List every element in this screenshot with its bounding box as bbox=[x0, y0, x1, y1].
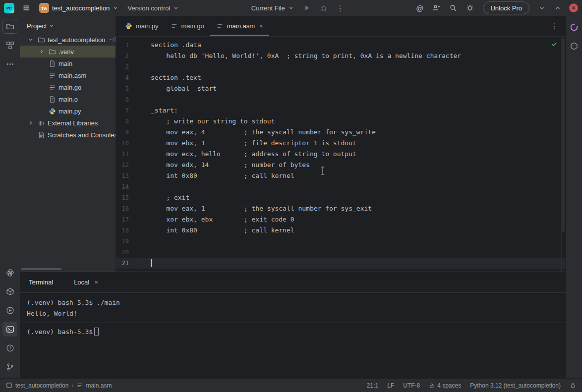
debug-button[interactable] bbox=[316, 1, 332, 14]
tree-item-main-py[interactable]: main.py bbox=[20, 105, 116, 117]
tree-item-main-asm[interactable]: main.asm bbox=[20, 69, 116, 81]
line-number: 14 bbox=[116, 181, 151, 192]
code-editor[interactable]: 1section .data 2 hello db 'Hello, World!… bbox=[116, 37, 566, 272]
indent-icon bbox=[429, 383, 435, 389]
editor-line[interactable]: 16 mov eax, 1 ; the syscall number for s… bbox=[116, 203, 566, 214]
editor-line[interactable]: 7_start: bbox=[116, 105, 566, 116]
editor-line[interactable]: 1section .data bbox=[116, 40, 566, 51]
hexagon-tool-icon[interactable] bbox=[567, 39, 582, 54]
tab-main-go[interactable]: main.go bbox=[165, 16, 210, 36]
tree-item-venv[interactable]: .venv bbox=[20, 46, 116, 57]
editor-line[interactable]: 4section .text bbox=[116, 72, 566, 83]
tree-item-project-root[interactable]: test_autocompletion ~/Desk bbox=[20, 34, 116, 46]
editor-line[interactable]: 2 hello db 'Hello, World!', 0xA ; string… bbox=[116, 51, 566, 61]
more-tool-windows-icon[interactable] bbox=[2, 56, 17, 71]
chevron-down-icon bbox=[49, 23, 55, 29]
stripe-bottom-group bbox=[2, 265, 17, 374]
terminal-tab-local[interactable]: Local × bbox=[74, 279, 98, 286]
main-menu-icon[interactable] bbox=[18, 1, 34, 14]
scrollbar-thumb[interactable] bbox=[562, 38, 565, 232]
editor-scrollbar[interactable] bbox=[561, 37, 566, 272]
code-line: mov edx, 14 ; number of bytes bbox=[151, 160, 310, 170]
close-terminal-tab-icon[interactable]: × bbox=[94, 279, 98, 286]
chevron-down-icon[interactable] bbox=[27, 36, 35, 44]
editor-line[interactable]: 14 bbox=[116, 181, 566, 192]
svg-text:?: ? bbox=[51, 62, 53, 65]
editor-line[interactable]: 10 mov ebx, 1 ; file descriptor 1 is std… bbox=[116, 138, 566, 149]
chevron-placeholder bbox=[38, 83, 46, 91]
horizontal-scrollbar-thumb[interactable] bbox=[21, 268, 61, 270]
tab-main-py[interactable]: main.py bbox=[119, 16, 165, 36]
kebab-icon: ⋮ bbox=[337, 4, 344, 12]
breadcrumb-project[interactable]: test_autocompletion bbox=[15, 382, 68, 389]
editor-line[interactable]: 5 global _start bbox=[116, 83, 566, 94]
tree-item-main-go[interactable]: main.go bbox=[20, 81, 116, 93]
terminal-output[interactable]: (.venv) bash-5.3$ ./main Hello, World! (… bbox=[20, 293, 566, 378]
editor-line[interactable]: 19 bbox=[116, 236, 566, 247]
project-tool-icon[interactable] bbox=[2, 19, 17, 34]
tree-item-main-o[interactable]: ? main.o bbox=[20, 93, 116, 105]
at-glyph: @ bbox=[416, 4, 423, 12]
terminal-command-line: (.venv) bash-5.3$ ./main bbox=[20, 297, 566, 308]
editor-line[interactable]: 18 int 0x80 ; call kernel bbox=[116, 225, 566, 236]
editor-line[interactable]: 17 xor ebx, ebx ; exit code 0 bbox=[116, 214, 566, 225]
ai-assistant-tool-icon[interactable] bbox=[567, 20, 582, 35]
unlock-pro-button[interactable]: Unlock Pro bbox=[483, 1, 529, 14]
terminal-tool-icon[interactable] bbox=[2, 322, 17, 336]
project-selector[interactable]: TA test_autocompletion bbox=[35, 1, 122, 14]
pycharm-window: PC TA test_autocompletion Version contro… bbox=[0, 0, 582, 392]
run-configuration-selector[interactable]: Current File bbox=[247, 1, 298, 14]
ai-assistant-icon[interactable]: @ bbox=[412, 1, 427, 14]
problems-tool-icon[interactable] bbox=[2, 340, 17, 355]
editor-current-line[interactable]: 21 bbox=[116, 258, 566, 269]
python-packages-tool-icon[interactable] bbox=[2, 265, 17, 280]
editor-options-icon[interactable]: ⋮ bbox=[547, 16, 562, 36]
editor-line[interactable]: 6 bbox=[116, 94, 566, 105]
line-number: 7 bbox=[116, 105, 151, 116]
editor-line[interactable]: 12 mov edx, 14 ; number of bytes bbox=[116, 160, 566, 170]
editor-line[interactable]: 9 mov eax, 4 ; the syscall number for sy… bbox=[116, 127, 566, 138]
caret-position-widget[interactable]: 21:1 bbox=[367, 382, 378, 389]
encoding-widget[interactable]: UTF-8 bbox=[403, 382, 420, 389]
more-run-actions-icon[interactable]: ⋮ bbox=[333, 1, 348, 14]
interpreter-widget[interactable]: Python 3.12 (test_autocompletion) bbox=[470, 382, 561, 389]
settings-icon[interactable] bbox=[462, 1, 478, 14]
project-panel-header[interactable]: Project bbox=[20, 16, 116, 34]
line-separator-widget[interactable]: LF bbox=[387, 382, 394, 389]
terminal-prompt-line[interactable]: (.venv) bash-5.3$ bbox=[20, 327, 566, 337]
tree-item-main[interactable]: ? main bbox=[20, 57, 116, 69]
search-everywhere-icon[interactable] bbox=[445, 1, 461, 14]
tab-label: main.go bbox=[181, 22, 204, 30]
structure-tool-icon[interactable] bbox=[2, 38, 17, 53]
line-number: 8 bbox=[116, 116, 151, 127]
chevron-right-icon[interactable] bbox=[38, 48, 46, 56]
run-button[interactable] bbox=[299, 1, 315, 14]
editor-line[interactable]: 15 ; exit bbox=[116, 192, 566, 203]
inspections-ok-icon[interactable] bbox=[551, 41, 558, 48]
close-window-button[interactable]: × bbox=[569, 3, 578, 12]
code-line: int 0x80 ; call kernel bbox=[151, 225, 294, 236]
tree-item-scratches[interactable]: Scratches and Consoles bbox=[20, 129, 116, 141]
lock-icon[interactable] bbox=[570, 382, 576, 389]
tree-item-label: main.go bbox=[58, 84, 81, 91]
line-number: 11 bbox=[116, 149, 151, 160]
tree-item-external-libraries[interactable]: External Libraries bbox=[20, 117, 116, 129]
svg-text:?: ? bbox=[51, 98, 53, 101]
editor-line[interactable]: 3 bbox=[116, 61, 566, 72]
services-tool-icon[interactable] bbox=[2, 303, 17, 318]
breadcrumb-file[interactable]: main.asm bbox=[86, 382, 112, 389]
editor-line[interactable]: 13 int 0x80 ; call kernel bbox=[116, 170, 566, 181]
editor-line[interactable]: 11 mov ecx, hello ; address of string to… bbox=[116, 149, 566, 160]
version-control-widget[interactable]: Version control bbox=[123, 1, 183, 14]
packages-tool-icon[interactable] bbox=[2, 284, 17, 299]
indent-widget[interactable]: 4 spaces bbox=[429, 382, 461, 389]
close-tab-icon[interactable]: × bbox=[259, 22, 263, 30]
restore-chevron-icon[interactable] bbox=[550, 1, 565, 14]
chevron-right-icon[interactable] bbox=[27, 119, 35, 127]
editor-line[interactable]: 20 bbox=[116, 247, 566, 258]
tab-main-asm[interactable]: main.asm × bbox=[210, 16, 269, 36]
version-control-tool-icon[interactable] bbox=[2, 359, 17, 374]
hide-chevron-icon[interactable] bbox=[534, 1, 549, 14]
editor-line[interactable]: 8 ; write our string to stdout bbox=[116, 116, 566, 127]
code-with-me-icon[interactable] bbox=[428, 1, 444, 14]
